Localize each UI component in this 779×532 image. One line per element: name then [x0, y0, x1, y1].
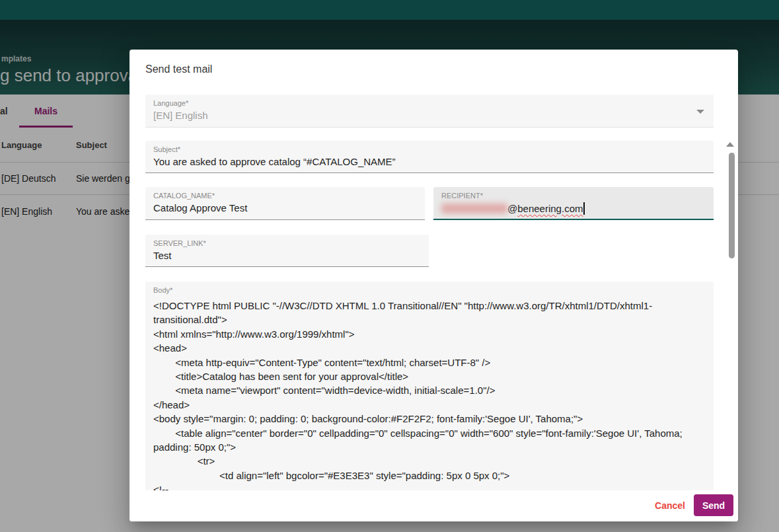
- scrollbar-up-arrow-icon[interactable]: [726, 142, 734, 147]
- body-line: <body style="margin: 0; padding: 0; back…: [153, 412, 706, 426]
- cancel-button[interactable]: Cancel: [653, 499, 686, 512]
- screen: mplates g send to approval m al Mails La…: [0, 0, 779, 532]
- body-line: <!--: [153, 482, 706, 490]
- redacted-email-local-part: [441, 204, 507, 213]
- dialog-actions: Cancel Send: [130, 490, 738, 521]
- body-line: <meta name="viewport" content="width=dev…: [153, 383, 706, 397]
- text-cursor: [583, 202, 585, 215]
- body-line: <head>: [153, 341, 706, 355]
- body-line: <td align="left" bgcolor="#E3E3E3" style…: [153, 469, 706, 482]
- body-lines: <!DOCTYPE html PUBLIC "-//W3C//DTD XHTML…: [153, 299, 706, 490]
- catalog-name-label: CATALOG_NAME*: [153, 192, 215, 200]
- recipient-value: @ beneering.com: [441, 201, 585, 215]
- body-line: <!DOCTYPE html PUBLIC "-//W3C//DTD XHTML…: [153, 299, 706, 313]
- scrollbar-thumb[interactable]: [729, 153, 735, 258]
- language-label: Language*: [153, 99, 188, 107]
- body-line: <html xmlns="http://www.w3.org/1999/xhtm…: [153, 327, 706, 341]
- dialog-content: Language* [EN] English Subject* You are …: [130, 95, 738, 490]
- subject-input[interactable]: Subject* You are asked to approve catalo…: [145, 141, 714, 173]
- send-button[interactable]: Send: [694, 494, 733, 516]
- server-link-label: SERVER_LINK*: [153, 239, 206, 247]
- catalog-name-value: Catalog Approve Test: [153, 202, 247, 213]
- recipient-input[interactable]: RECIPIENT* @ beneering.com: [433, 187, 714, 220]
- body-line: </head>: [153, 398, 706, 412]
- recipient-label: RECIPIENT*: [441, 192, 483, 200]
- language-select[interactable]: Language* [EN] English: [145, 95, 714, 128]
- send-test-mail-dialog: Send test mail Language* [EN] English Su…: [130, 50, 738, 521]
- subject-value: You are asked to approve catalog “#CATAL…: [153, 156, 396, 167]
- body-label: Body*: [153, 286, 172, 294]
- dialog-title: Send test mail: [145, 63, 212, 75]
- body-line: <meta http-equiv="Content-Type" content=…: [153, 356, 706, 369]
- server-link-value: Test: [153, 250, 172, 261]
- body-line: padding: 50px 0;">: [153, 440, 706, 454]
- body-line: transitional.dtd">: [153, 313, 706, 326]
- catalog-name-input[interactable]: CATALOG_NAME* Catalog Approve Test: [145, 187, 425, 220]
- server-link-input[interactable]: SERVER_LINK* Test: [145, 235, 429, 267]
- body-line: <table align="center" border="0" cellpad…: [153, 426, 706, 440]
- subject-label: Subject*: [153, 145, 180, 153]
- body-line: <title>Catalog has been sent for your ap…: [153, 369, 706, 383]
- recipient-domain: beneering.com: [517, 203, 583, 214]
- language-value: [EN] English: [153, 110, 208, 121]
- body-line: <tr>: [153, 454, 706, 468]
- chevron-down-icon[interactable]: [696, 110, 704, 114]
- body-textarea[interactable]: Body* <!DOCTYPE html PUBLIC "-//W3C//DTD…: [145, 282, 714, 490]
- recipient-at: @: [507, 203, 517, 214]
